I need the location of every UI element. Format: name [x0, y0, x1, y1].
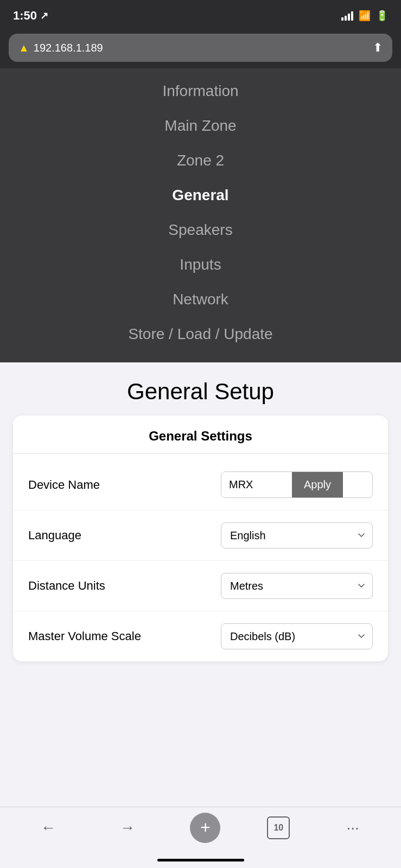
distance-units-label: Distance Units	[28, 579, 105, 593]
home-indicator	[0, 854, 401, 868]
distance-units-row: Distance Units Metres Feet	[13, 561, 388, 611]
signal-icon	[341, 11, 353, 21]
language-label: Language	[28, 528, 81, 542]
apply-button[interactable]: Apply	[292, 472, 343, 497]
nav-item-general[interactable]: General	[0, 178, 401, 213]
address-bar[interactable]: ▲ 192.168.1.189 ⬆	[9, 34, 392, 62]
nav-item-store-load-update[interactable]: Store / Load / Update	[0, 317, 401, 352]
language-control: English French German Spanish	[90, 522, 373, 548]
wifi-icon: 📶	[359, 10, 371, 22]
master-volume-label: Master Volume Scale	[28, 629, 141, 643]
general-settings-card: General Settings Device Name Apply Langu…	[13, 416, 388, 661]
tabs-button[interactable]: 10	[267, 816, 290, 839]
warning-icon: ▲	[18, 42, 29, 54]
address-url: ▲ 192.168.1.189	[18, 42, 103, 54]
more-button[interactable]: ···	[336, 816, 369, 840]
add-tab-button[interactable]: +	[190, 813, 220, 843]
distance-units-control: Metres Feet	[114, 573, 373, 599]
nav-item-speakers[interactable]: Speakers	[0, 213, 401, 247]
forward-button[interactable]: →	[111, 816, 144, 840]
master-volume-row: Master Volume Scale Decibels (dB) Absolu…	[13, 611, 388, 661]
language-select[interactable]: English French German Spanish	[221, 522, 373, 548]
nav-item-main-zone[interactable]: Main Zone	[0, 108, 401, 143]
device-name-group: Apply	[221, 471, 373, 498]
address-bar-container: ▲ 192.168.1.189 ⬆	[0, 29, 401, 68]
nav-item-network[interactable]: Network	[0, 282, 401, 317]
share-icon[interactable]: ⬆	[373, 41, 383, 55]
card-title: General Settings	[13, 416, 388, 454]
device-name-row: Device Name Apply	[13, 459, 388, 510]
main-content: General Setup General Settings Device Na…	[0, 362, 401, 807]
url-text: 192.168.1.189	[34, 42, 103, 54]
distance-units-select[interactable]: Metres Feet	[221, 573, 373, 599]
page-title: General Setup	[116, 362, 285, 416]
nav-item-inputs[interactable]: Inputs	[0, 247, 401, 282]
master-volume-select[interactable]: Decibels (dB) Absolute	[221, 623, 373, 649]
status-time: 1:50 ↗	[13, 9, 48, 23]
card-divider	[13, 454, 388, 454]
nav-item-zone2[interactable]: Zone 2	[0, 143, 401, 178]
time-label: 1:50	[13, 9, 37, 23]
battery-icon: 🔋	[376, 10, 388, 22]
nav-menu: Information Main Zone Zone 2 General Spe…	[0, 68, 401, 362]
home-bar	[157, 859, 244, 861]
master-volume-control: Decibels (dB) Absolute	[150, 623, 373, 649]
status-bar: 1:50 ↗ 📶 🔋	[0, 0, 401, 29]
browser-bar: ← → + 10 ···	[0, 807, 401, 854]
device-name-control: Apply	[109, 471, 373, 498]
device-name-label: Device Name	[28, 478, 100, 492]
device-name-input[interactable]	[221, 472, 292, 497]
back-button[interactable]: ←	[32, 816, 65, 840]
language-row: Language English French German Spanish	[13, 510, 388, 561]
status-icons: 📶 🔋	[341, 10, 388, 22]
nav-item-information[interactable]: Information	[0, 74, 401, 108]
location-icon: ↗	[40, 10, 48, 22]
